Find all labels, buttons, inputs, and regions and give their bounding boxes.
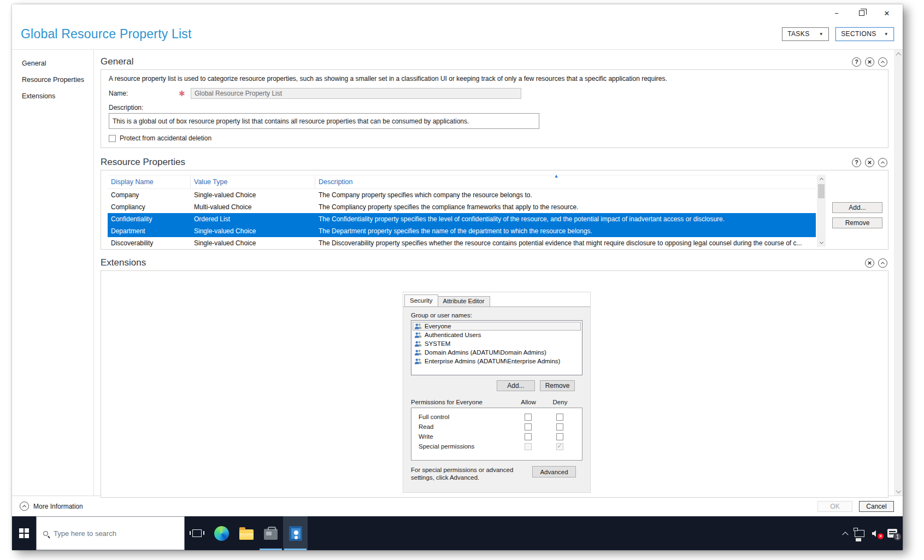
chevron-up-icon	[842, 532, 848, 538]
add-group-button[interactable]: Add...	[497, 380, 535, 391]
chevron-up-icon	[881, 161, 885, 165]
allow-checkbox[interactable]	[525, 433, 532, 440]
scroll-down-icon[interactable]	[817, 239, 826, 247]
group-list-item[interactable]: Domain Admins (ADATUM\Domain Admins)	[413, 348, 581, 357]
file-explorer-icon	[239, 529, 254, 540]
remove-group-button[interactable]: Remove	[540, 380, 575, 391]
column-header-value-type[interactable]: Value Type	[191, 175, 315, 188]
sections-button[interactable]: SECTIONS ▼	[835, 27, 894, 41]
protect-checkbox[interactable]	[109, 135, 116, 142]
ad-admin-center-icon	[289, 526, 302, 541]
deny-checkbox[interactable]	[556, 423, 563, 431]
task-view-icon	[192, 529, 202, 537]
close-button[interactable]: ✕	[879, 7, 895, 20]
security-tab-page: Group or user names: Everyone Authentica…	[403, 306, 590, 492]
taskbar-item-task-view[interactable]	[185, 516, 209, 550]
group-user-names-label: Group or user names:	[411, 312, 582, 319]
volume-status[interactable]: ✕	[872, 529, 880, 538]
remove-resource-property-button[interactable]: Remove	[832, 217, 882, 228]
permission-row: Write	[411, 432, 575, 441]
help-icon[interactable]: ?	[852, 158, 861, 167]
general-section-header: General ? ✕	[101, 54, 888, 69]
required-icon: ✱	[179, 89, 191, 98]
cell-display-name: Confidentiality	[108, 215, 191, 223]
deny-checkbox[interactable]	[556, 433, 563, 440]
table-row[interactable]: Company Single-valued Choice The Company…	[108, 189, 816, 201]
cell-value-type: Multi-valued Choice	[191, 203, 315, 211]
table-row[interactable]: Compliancy Multi-valued Choice The Compl…	[108, 201, 816, 213]
group-list-item[interactable]: Everyone	[413, 322, 581, 331]
cell-value-type: Single-valued Choice	[191, 227, 315, 235]
notification-badge: 1	[893, 533, 902, 541]
scrollbar-thumb[interactable]	[818, 184, 825, 198]
sort-ascending-icon[interactable]: ▲	[554, 173, 558, 179]
start-button[interactable]	[12, 516, 36, 550]
group-list-item[interactable]: Authenticated Users	[413, 331, 581, 339]
group-list-item[interactable]: SYSTEM	[413, 339, 581, 348]
search-input[interactable]	[54, 529, 163, 538]
minimize-button[interactable]: −	[828, 7, 845, 20]
close-section-icon[interactable]: ✕	[865, 57, 874, 67]
permission-name: Write	[411, 433, 512, 440]
cancel-button[interactable]: Cancel	[859, 501, 894, 512]
tasks-button[interactable]: TASKS ▼	[782, 27, 829, 41]
cell-display-name: Compliancy	[108, 203, 191, 211]
allow-checkbox[interactable]	[525, 414, 532, 421]
taskbar-item-server-manager[interactable]	[258, 516, 283, 550]
sections-button-label: SECTIONS	[841, 30, 876, 38]
group-name: Enterprise Admins (ADATUM\Enterprise Adm…	[425, 358, 560, 364]
cell-display-name: Company	[108, 191, 191, 199]
sidebar-item-resource-properties[interactable]: Resource Properties	[12, 72, 93, 88]
table-row[interactable]: Confidentiality Ordered List The Confide…	[108, 213, 816, 225]
collapse-section-icon[interactable]	[878, 57, 887, 67]
restore-button[interactable]	[854, 7, 870, 20]
page-title: Global Resource Property List	[21, 27, 192, 42]
general-intro-text: A resource property list is used to cate…	[109, 75, 880, 82]
help-icon[interactable]: ?	[852, 57, 861, 67]
close-section-icon[interactable]: ✕	[865, 258, 874, 268]
name-input[interactable]	[191, 88, 521, 99]
collapse-section-icon[interactable]	[878, 258, 887, 268]
table-row[interactable]: Discoverability Single-valued Choice The…	[108, 237, 816, 249]
users-icon	[414, 349, 422, 356]
allow-checkbox[interactable]	[525, 423, 532, 431]
ok-button[interactable]: OK	[817, 501, 852, 512]
close-section-icon[interactable]: ✕	[865, 158, 874, 167]
taskbar-item-edge[interactable]	[209, 516, 234, 550]
action-center-button[interactable]: 1	[887, 529, 897, 538]
tab-security[interactable]: Security	[404, 294, 438, 306]
table-row[interactable]: Department Single-valued Choice The Depa…	[108, 225, 816, 237]
deny-checkbox[interactable]	[556, 443, 563, 450]
column-header-description[interactable]: Description	[315, 175, 816, 188]
taskbar-item-ad-admin-center[interactable]	[283, 516, 308, 550]
scroll-up-icon[interactable]	[894, 50, 903, 58]
description-input[interactable]	[109, 113, 539, 129]
taskbar-search[interactable]	[36, 516, 185, 550]
windows-logo-icon	[19, 528, 29, 538]
network-status[interactable]	[855, 530, 864, 537]
protect-checkbox-label: Protect from accidental deletion	[120, 134, 211, 142]
advanced-button[interactable]: Advanced	[532, 466, 576, 478]
collapse-section-icon[interactable]	[878, 158, 887, 167]
tray-expand-button[interactable]	[843, 531, 848, 535]
permission-row: Full control	[411, 412, 575, 422]
scroll-down-icon[interactable]	[894, 487, 903, 496]
scroll-up-icon[interactable]	[817, 175, 826, 183]
taskbar: ✕ 1	[12, 516, 903, 550]
column-header-display-name[interactable]: Display Name	[108, 175, 191, 188]
allow-checkbox[interactable]	[525, 443, 532, 450]
minimize-icon: −	[834, 9, 839, 17]
more-information[interactable]: More Information	[20, 502, 83, 511]
main-scrollbar[interactable]	[894, 50, 903, 496]
taskbar-item-file-explorer[interactable]	[234, 516, 258, 550]
table-header-row: Display Name Value Type Description	[108, 175, 816, 189]
window-titlebar: − ✕	[12, 4, 903, 22]
sidebar-item-extensions[interactable]: Extensions	[12, 88, 93, 104]
add-resource-property-button[interactable]: Add...	[832, 202, 882, 213]
group-list-item[interactable]: Enterprise Admins (ADATUM\Enterprise Adm…	[413, 357, 581, 366]
table-scrollbar[interactable]	[817, 175, 826, 247]
deny-checkbox[interactable]	[556, 414, 563, 421]
group-list: Everyone Authenticated Users SYSTEM	[411, 320, 582, 375]
sidebar-item-general[interactable]: General	[12, 55, 93, 72]
deny-column-header: Deny	[544, 399, 576, 405]
